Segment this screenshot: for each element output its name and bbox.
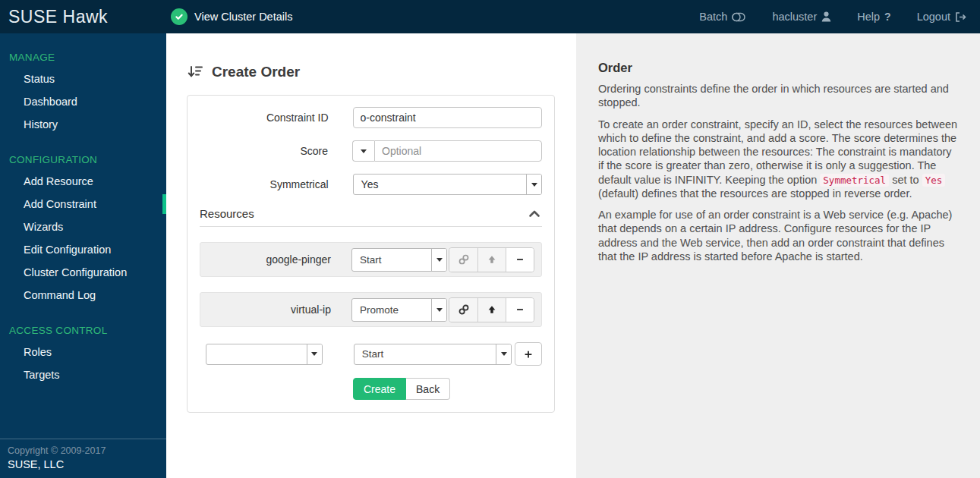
sidebar-item-status[interactable]: Status: [0, 68, 166, 90]
chevron-down-icon: [431, 249, 446, 271]
user-menu[interactable]: hacluster: [772, 11, 831, 23]
page-title: Create Order: [187, 64, 576, 80]
remove-resource-button[interactable]: [506, 248, 534, 272]
batch-toggle[interactable]: Batch: [699, 11, 746, 23]
topbar-actions: Batch hacluster Help ? Logout: [699, 11, 980, 23]
page-title-text: Create Order: [212, 64, 300, 80]
sidebar-item-add-constraint[interactable]: Add Constraint: [0, 193, 166, 215]
sidebar-section-access-control: ACCESS CONTROL Roles Targets: [0, 307, 166, 386]
sidebar-footer: Copyright © 2009-2017 SUSE, LLC: [0, 439, 166, 478]
resource-row-actions: [449, 247, 534, 272]
score-input[interactable]: [374, 140, 542, 162]
score-label: Score: [200, 145, 328, 157]
toggle-off-icon: [732, 12, 746, 22]
form-actions: Create Back: [353, 378, 542, 400]
sidebar: MANAGE Status Dashboard History CONFIGUR…: [0, 33, 166, 478]
create-order-form: Constraint ID Score Symmetrical Yes Reso…: [187, 95, 555, 413]
yes-code: Yes: [922, 174, 946, 187]
user-icon: [821, 11, 831, 22]
help-panel: Order Ordering constraints define the or…: [576, 33, 980, 478]
help-paragraph-3: An example for use of an order constrain…: [598, 208, 959, 263]
constraint-id-input[interactable]: [353, 107, 542, 128]
new-resource-select[interactable]: [206, 344, 323, 365]
help-paragraph-1: Ordering constraints define the order in…: [598, 82, 959, 110]
resource-name: virtual-ip: [207, 303, 351, 316]
question-icon: ?: [884, 11, 891, 23]
sidebar-heading-access-control: ACCESS CONTROL: [0, 320, 166, 341]
sidebar-section-manage: MANAGE Status Dashboard History: [0, 33, 166, 136]
sidebar-item-targets[interactable]: Targets: [0, 363, 166, 386]
help-label: Help: [857, 11, 880, 23]
chevron-down-icon: [526, 175, 541, 194]
company-name: SUSE, LLC: [8, 458, 159, 470]
copyright-text: Copyright © 2009-2017: [8, 445, 159, 456]
logout-link[interactable]: Logout: [917, 11, 966, 23]
logout-icon: [955, 12, 966, 22]
remove-resource-button[interactable]: [506, 298, 534, 322]
help-paragraph-2: To create an order constraint, specify a…: [598, 118, 959, 201]
new-resource-action-value: Start: [355, 348, 496, 360]
help-menu[interactable]: Help ?: [857, 11, 890, 23]
symmetrical-row: Symmetrical Yes: [200, 174, 542, 195]
sort-order-icon: [187, 64, 203, 80]
username-label: hacluster: [772, 11, 817, 23]
sidebar-item-wizards[interactable]: Wizards: [0, 215, 166, 238]
resources-section-heading: Resources: [200, 207, 542, 227]
view-cluster-details-link[interactable]: View Cluster Details: [171, 8, 292, 25]
sidebar-item-dashboard[interactable]: Dashboard: [0, 90, 166, 113]
create-button[interactable]: Create: [353, 378, 406, 400]
brand-logo: SUSE Hawk: [0, 7, 158, 27]
chevron-down-icon: [307, 344, 322, 364]
resource-row-virtual-ip: virtual-ip Promote: [200, 292, 542, 327]
resource-action-select[interactable]: Start: [351, 248, 447, 272]
main-content: Create Order Constraint ID Score Symmetr…: [166, 33, 576, 478]
sidebar-heading-configuration: CONFIGURATION: [0, 149, 166, 170]
symmetrical-select[interactable]: Yes: [353, 174, 542, 195]
symmetrical-code: Symmetrical: [820, 174, 889, 187]
chevron-down-icon: [496, 344, 511, 364]
resource-row-google-pinger: google-pinger Start: [200, 242, 542, 277]
sidebar-heading-manage: MANAGE: [0, 47, 166, 68]
sidebar-item-cluster-configuration[interactable]: Cluster Configuration: [0, 261, 166, 284]
top-bar: SUSE Hawk View Cluster Details Batch hac…: [0, 0, 980, 33]
resource-action-select[interactable]: Promote: [351, 298, 447, 322]
chevron-down-icon: [361, 149, 367, 153]
resources-heading-text: Resources: [200, 207, 254, 220]
move-up-button[interactable]: [477, 248, 506, 272]
status-check-icon: [171, 8, 187, 25]
constraint-id-row: Constraint ID: [200, 107, 542, 128]
resource-action-value: Start: [352, 254, 431, 266]
sidebar-item-command-log[interactable]: Command Log: [0, 284, 166, 307]
move-up-button[interactable]: [477, 298, 506, 322]
symmetrical-label: Symmetrical: [200, 178, 329, 190]
batch-label: Batch: [699, 11, 727, 23]
logout-label: Logout: [917, 11, 950, 23]
sidebar-item-add-resource[interactable]: Add Resource: [0, 170, 166, 193]
resource-action-value: Promote: [352, 304, 431, 316]
help-title: Order: [598, 61, 959, 75]
constraint-id-label: Constraint ID: [200, 112, 329, 124]
back-button[interactable]: Back: [406, 378, 450, 400]
link-resource-button[interactable]: [449, 248, 477, 272]
sidebar-item-roles[interactable]: Roles: [0, 341, 166, 363]
chevron-down-icon: [431, 299, 446, 321]
add-resource-button[interactable]: [515, 342, 542, 366]
add-resource-row: Start: [200, 342, 542, 366]
sidebar-section-configuration: CONFIGURATION Add Resource Add Constrain…: [0, 136, 166, 307]
sidebar-item-history[interactable]: History: [0, 113, 166, 136]
score-dropdown-button[interactable]: [352, 140, 374, 162]
new-resource-action-select[interactable]: Start: [354, 344, 512, 365]
resource-name: google-pinger: [207, 253, 351, 266]
score-input-group: [352, 140, 542, 162]
link-resource-button[interactable]: [449, 298, 477, 322]
symmetrical-value: Yes: [354, 178, 526, 190]
resource-row-actions: [449, 297, 534, 322]
collapse-section-button[interactable]: [528, 209, 542, 218]
sidebar-item-edit-configuration[interactable]: Edit Configuration: [0, 238, 166, 261]
score-row: Score: [200, 140, 542, 162]
view-cluster-details-label: View Cluster Details: [194, 11, 292, 23]
